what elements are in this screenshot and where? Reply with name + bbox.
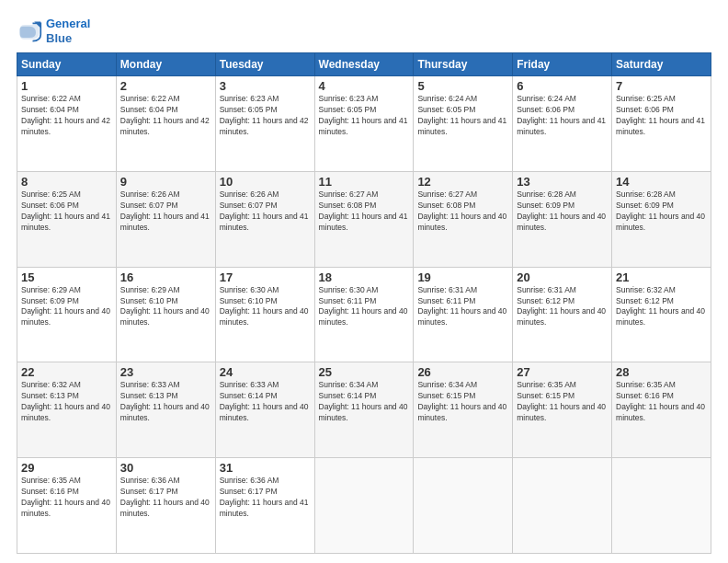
day-info: Sunrise: 6:30 AMSunset: 6:10 PMDaylight:… bbox=[220, 285, 311, 329]
day-number: 23 bbox=[120, 365, 211, 379]
day-number: 4 bbox=[319, 79, 410, 93]
day-number: 22 bbox=[21, 365, 112, 379]
day-info: Sunrise: 6:34 AMSunset: 6:14 PMDaylight:… bbox=[319, 380, 410, 424]
day-info: Sunrise: 6:25 AMSunset: 6:06 PMDaylight:… bbox=[21, 190, 112, 234]
day-info: Sunrise: 6:36 AMSunset: 6:17 PMDaylight:… bbox=[220, 476, 311, 520]
day-number: 10 bbox=[220, 175, 311, 189]
calendar-cell: 27Sunrise: 6:35 AMSunset: 6:15 PMDayligh… bbox=[513, 362, 612, 458]
calendar-day-header: Wednesday bbox=[314, 53, 414, 76]
calendar-cell: 19Sunrise: 6:31 AMSunset: 6:11 PMDayligh… bbox=[414, 267, 513, 362]
calendar-cell: 15Sunrise: 6:29 AMSunset: 6:09 PMDayligh… bbox=[17, 267, 117, 362]
day-info: Sunrise: 6:24 AMSunset: 6:06 PMDaylight:… bbox=[517, 94, 608, 138]
calendar-cell: 2Sunrise: 6:22 AMSunset: 6:04 PMDaylight… bbox=[116, 76, 215, 172]
calendar-cell bbox=[612, 458, 711, 554]
day-info: Sunrise: 6:33 AMSunset: 6:13 PMDaylight:… bbox=[120, 380, 211, 424]
day-info: Sunrise: 6:32 AMSunset: 6:13 PMDaylight:… bbox=[21, 380, 112, 424]
calendar-cell: 24Sunrise: 6:33 AMSunset: 6:14 PMDayligh… bbox=[215, 362, 314, 458]
calendar-cell bbox=[314, 458, 414, 554]
day-info: Sunrise: 6:32 AMSunset: 6:12 PMDaylight:… bbox=[616, 285, 707, 329]
day-info: Sunrise: 6:35 AMSunset: 6:15 PMDaylight:… bbox=[517, 380, 608, 424]
day-number: 5 bbox=[417, 79, 508, 93]
day-info: Sunrise: 6:34 AMSunset: 6:15 PMDaylight:… bbox=[417, 380, 508, 424]
day-number: 24 bbox=[220, 365, 311, 379]
calendar-cell: 12Sunrise: 6:27 AMSunset: 6:08 PMDayligh… bbox=[414, 171, 513, 267]
calendar-cell: 17Sunrise: 6:30 AMSunset: 6:10 PMDayligh… bbox=[215, 267, 314, 362]
calendar-cell: 5Sunrise: 6:24 AMSunset: 6:05 PMDaylight… bbox=[414, 76, 513, 172]
calendar-cell: 25Sunrise: 6:34 AMSunset: 6:14 PMDayligh… bbox=[314, 362, 414, 458]
day-info: Sunrise: 6:35 AMSunset: 6:16 PMDaylight:… bbox=[21, 476, 112, 520]
day-info: Sunrise: 6:25 AMSunset: 6:06 PMDaylight:… bbox=[616, 94, 707, 138]
calendar-cell: 31Sunrise: 6:36 AMSunset: 6:17 PMDayligh… bbox=[215, 458, 314, 554]
calendar-day-header: Tuesday bbox=[215, 53, 314, 76]
day-number: 6 bbox=[517, 79, 608, 93]
day-number: 1 bbox=[21, 79, 112, 93]
logo: General Blue bbox=[17, 17, 90, 45]
day-number: 29 bbox=[21, 461, 112, 475]
calendar-cell: 18Sunrise: 6:30 AMSunset: 6:11 PMDayligh… bbox=[314, 267, 414, 362]
calendar-week-row: 22Sunrise: 6:32 AMSunset: 6:13 PMDayligh… bbox=[17, 362, 711, 458]
calendar-cell: 26Sunrise: 6:34 AMSunset: 6:15 PMDayligh… bbox=[414, 362, 513, 458]
calendar-cell: 6Sunrise: 6:24 AMSunset: 6:06 PMDaylight… bbox=[513, 76, 612, 172]
day-number: 28 bbox=[616, 365, 707, 379]
day-number: 17 bbox=[220, 270, 311, 284]
day-info: Sunrise: 6:29 AMSunset: 6:09 PMDaylight:… bbox=[21, 285, 112, 329]
calendar-cell: 14Sunrise: 6:28 AMSunset: 6:09 PMDayligh… bbox=[612, 171, 711, 267]
calendar-table: SundayMondayTuesdayWednesdayThursdayFrid… bbox=[17, 52, 711, 554]
calendar-cell: 4Sunrise: 6:23 AMSunset: 6:05 PMDaylight… bbox=[314, 76, 414, 172]
day-info: Sunrise: 6:22 AMSunset: 6:04 PMDaylight:… bbox=[120, 94, 211, 138]
day-info: Sunrise: 6:29 AMSunset: 6:10 PMDaylight:… bbox=[120, 285, 211, 329]
day-number: 26 bbox=[417, 365, 508, 379]
calendar-cell: 23Sunrise: 6:33 AMSunset: 6:13 PMDayligh… bbox=[116, 362, 215, 458]
day-info: Sunrise: 6:26 AMSunset: 6:07 PMDaylight:… bbox=[220, 190, 311, 234]
calendar-cell bbox=[513, 458, 612, 554]
calendar-week-row: 1Sunrise: 6:22 AMSunset: 6:04 PMDaylight… bbox=[17, 76, 711, 172]
day-info: Sunrise: 6:28 AMSunset: 6:09 PMDaylight:… bbox=[517, 190, 608, 234]
day-number: 12 bbox=[417, 175, 508, 189]
day-info: Sunrise: 6:33 AMSunset: 6:14 PMDaylight:… bbox=[220, 380, 311, 424]
day-number: 15 bbox=[21, 270, 112, 284]
day-number: 20 bbox=[517, 270, 608, 284]
day-number: 3 bbox=[220, 79, 311, 93]
calendar-day-header: Saturday bbox=[612, 53, 711, 76]
calendar-day-header: Thursday bbox=[414, 53, 513, 76]
calendar-cell: 11Sunrise: 6:27 AMSunset: 6:08 PMDayligh… bbox=[314, 171, 414, 267]
day-info: Sunrise: 6:24 AMSunset: 6:05 PMDaylight:… bbox=[417, 94, 508, 138]
calendar-cell: 30Sunrise: 6:36 AMSunset: 6:17 PMDayligh… bbox=[116, 458, 215, 554]
logo-icon bbox=[17, 18, 42, 44]
calendar-cell bbox=[414, 458, 513, 554]
calendar-day-header: Friday bbox=[513, 53, 612, 76]
day-info: Sunrise: 6:31 AMSunset: 6:11 PMDaylight:… bbox=[417, 285, 508, 329]
calendar-week-row: 8Sunrise: 6:25 AMSunset: 6:06 PMDaylight… bbox=[17, 171, 711, 267]
day-number: 11 bbox=[319, 175, 410, 189]
day-info: Sunrise: 6:35 AMSunset: 6:16 PMDaylight:… bbox=[616, 380, 707, 424]
day-number: 2 bbox=[120, 79, 211, 93]
calendar-cell: 21Sunrise: 6:32 AMSunset: 6:12 PMDayligh… bbox=[612, 267, 711, 362]
calendar-cell: 1Sunrise: 6:22 AMSunset: 6:04 PMDaylight… bbox=[17, 76, 117, 172]
day-info: Sunrise: 6:36 AMSunset: 6:17 PMDaylight:… bbox=[120, 476, 211, 520]
day-info: Sunrise: 6:22 AMSunset: 6:04 PMDaylight:… bbox=[21, 94, 112, 138]
day-info: Sunrise: 6:28 AMSunset: 6:09 PMDaylight:… bbox=[616, 190, 707, 234]
day-info: Sunrise: 6:31 AMSunset: 6:12 PMDaylight:… bbox=[517, 285, 608, 329]
day-number: 16 bbox=[120, 270, 211, 284]
calendar-cell: 10Sunrise: 6:26 AMSunset: 6:07 PMDayligh… bbox=[215, 171, 314, 267]
calendar-week-row: 29Sunrise: 6:35 AMSunset: 6:16 PMDayligh… bbox=[17, 458, 711, 554]
day-number: 13 bbox=[517, 175, 608, 189]
calendar-cell: 9Sunrise: 6:26 AMSunset: 6:07 PMDaylight… bbox=[116, 171, 215, 267]
calendar-cell: 28Sunrise: 6:35 AMSunset: 6:16 PMDayligh… bbox=[612, 362, 711, 458]
calendar-cell: 20Sunrise: 6:31 AMSunset: 6:12 PMDayligh… bbox=[513, 267, 612, 362]
day-info: Sunrise: 6:23 AMSunset: 6:05 PMDaylight:… bbox=[220, 94, 311, 138]
page: General Blue SundayMondayTuesdayWednesda… bbox=[0, 0, 728, 563]
day-number: 21 bbox=[616, 270, 707, 284]
day-number: 31 bbox=[220, 461, 311, 475]
day-number: 25 bbox=[319, 365, 410, 379]
calendar-week-row: 15Sunrise: 6:29 AMSunset: 6:09 PMDayligh… bbox=[17, 267, 711, 362]
calendar-cell: 29Sunrise: 6:35 AMSunset: 6:16 PMDayligh… bbox=[17, 458, 117, 554]
day-info: Sunrise: 6:30 AMSunset: 6:11 PMDaylight:… bbox=[319, 285, 410, 329]
calendar-cell: 8Sunrise: 6:25 AMSunset: 6:06 PMDaylight… bbox=[17, 171, 117, 267]
calendar-cell: 22Sunrise: 6:32 AMSunset: 6:13 PMDayligh… bbox=[17, 362, 117, 458]
day-number: 30 bbox=[120, 461, 211, 475]
day-number: 18 bbox=[319, 270, 410, 284]
calendar-cell: 16Sunrise: 6:29 AMSunset: 6:10 PMDayligh… bbox=[116, 267, 215, 362]
calendar-day-header: Monday bbox=[116, 53, 215, 76]
day-info: Sunrise: 6:27 AMSunset: 6:08 PMDaylight:… bbox=[319, 190, 410, 234]
